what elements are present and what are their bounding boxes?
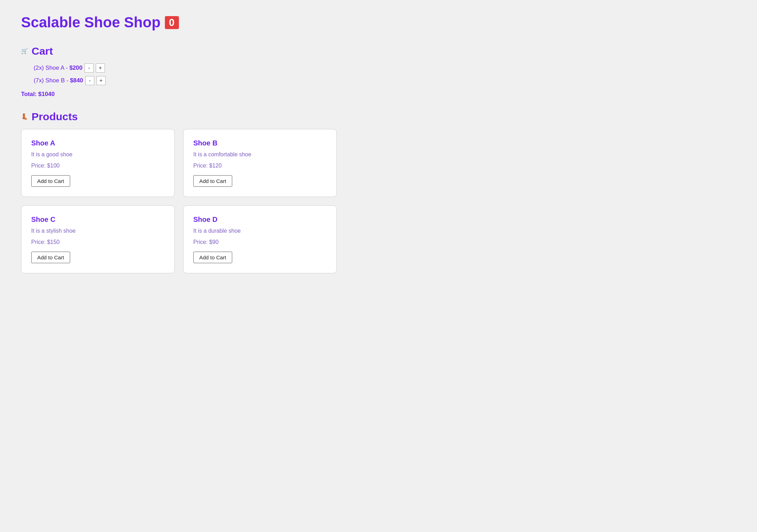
products-heading: 👢 Products — [21, 110, 736, 123]
cart-count-badge: 0 — [165, 16, 179, 29]
product-description: It is a durable shoe — [193, 228, 327, 234]
product-card-shoe-c: Shoe C It is a stylish shoe Price: $150 … — [21, 205, 175, 273]
cart-total-value: $1040 — [38, 91, 55, 97]
product-description: It is a good shoe — [31, 151, 165, 158]
product-name: Shoe B — [193, 139, 327, 147]
product-name: Shoe C — [31, 216, 165, 224]
cart-total-label: Total: — [21, 91, 38, 97]
cart-item-price: $200 — [69, 64, 82, 71]
products-icon: 👢 — [21, 113, 28, 120]
cart-item-text: (2x) Shoe A - $200 — [34, 64, 82, 71]
products-grid: Shoe A It is a good shoe Price: $100 Add… — [21, 129, 337, 273]
add-to-cart-button[interactable]: Add to Cart — [31, 175, 70, 187]
cart-item-text: (7x) Shoe B - $840 — [34, 77, 83, 84]
product-description: It is a comfortable shoe — [193, 151, 327, 158]
add-to-cart-button[interactable]: Add to Cart — [193, 252, 232, 263]
product-name: Shoe A — [31, 139, 165, 147]
product-card-shoe-b: Shoe B It is a comfortable shoe Price: $… — [183, 129, 337, 197]
cart-item-price: $840 — [70, 77, 83, 84]
cart-item-decrease-btn[interactable]: - — [85, 63, 94, 73]
products-section: 👢 Products Shoe A It is a good shoe Pric… — [21, 110, 736, 273]
cart-heading: 🛒 Cart — [21, 45, 736, 57]
cart-item-increase-btn[interactable]: + — [96, 76, 106, 85]
cart-icon: 🛒 — [21, 48, 28, 54]
add-to-cart-button[interactable]: Add to Cart — [193, 175, 232, 187]
products-title: Products — [32, 110, 78, 123]
page-header: Scalable Shoe Shop 0 — [21, 14, 736, 31]
page-title: Scalable Shoe Shop — [21, 14, 161, 31]
cart-item: (2x) Shoe A - $200 - + — [34, 63, 736, 73]
product-price: Price: $100 — [31, 163, 165, 169]
cart-total: Total: $1040 — [21, 91, 736, 98]
product-card-shoe-d: Shoe D It is a durable shoe Price: $90 A… — [183, 205, 337, 273]
product-description: It is a stylish shoe — [31, 228, 165, 234]
add-to-cart-button[interactable]: Add to Cart — [31, 252, 70, 263]
cart-item: (7x) Shoe B - $840 - + — [34, 76, 736, 85]
cart-item-increase-btn[interactable]: + — [96, 63, 105, 73]
cart-items-list: (2x) Shoe A - $200 - + (7x) Shoe B - $84… — [21, 63, 736, 85]
product-name: Shoe D — [193, 216, 327, 224]
product-price: Price: $150 — [31, 239, 165, 245]
product-card-shoe-a: Shoe A It is a good shoe Price: $100 Add… — [21, 129, 175, 197]
product-price: Price: $120 — [193, 163, 327, 169]
cart-section: 🛒 Cart (2x) Shoe A - $200 - + (7x) Shoe … — [21, 45, 736, 98]
product-price: Price: $90 — [193, 239, 327, 245]
cart-item-decrease-btn[interactable]: - — [85, 76, 94, 85]
cart-title: Cart — [32, 45, 53, 57]
